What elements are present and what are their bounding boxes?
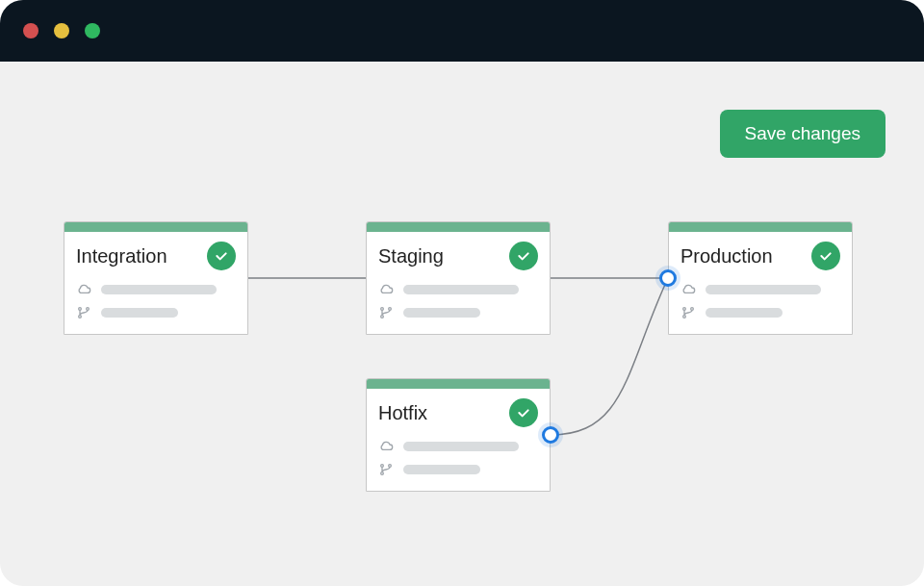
svg-point-5 bbox=[389, 308, 392, 311]
placeholder-line bbox=[403, 442, 519, 451]
placeholder-line bbox=[403, 308, 480, 318]
branch-meta-row bbox=[76, 305, 236, 320]
placeholder-line bbox=[706, 308, 783, 318]
node-staging[interactable]: Staging bbox=[366, 221, 551, 335]
placeholder-line bbox=[101, 308, 178, 318]
port-production-input[interactable] bbox=[659, 269, 677, 287]
git-branch-icon bbox=[378, 305, 394, 320]
placeholder-line bbox=[403, 465, 480, 474]
git-branch-icon bbox=[378, 462, 394, 477]
status-check-icon bbox=[509, 242, 538, 270]
window-zoom-dot[interactable] bbox=[85, 23, 100, 38]
node-title: Hotfix bbox=[378, 402, 427, 424]
node-title: Production bbox=[680, 245, 773, 268]
node-body: Production bbox=[669, 232, 852, 334]
cloud-meta-row bbox=[76, 282, 236, 297]
svg-point-0 bbox=[79, 308, 82, 311]
node-body: Hotfix bbox=[367, 389, 550, 491]
node-title: Integration bbox=[76, 245, 167, 268]
git-branch-icon bbox=[76, 305, 91, 320]
node-header: Production bbox=[680, 242, 840, 270]
placeholder-line bbox=[706, 285, 821, 294]
node-body: Staging bbox=[367, 232, 550, 334]
window-titlebar bbox=[0, 0, 924, 62]
node-accent-bar bbox=[367, 379, 550, 389]
svg-point-11 bbox=[389, 465, 392, 468]
branch-meta-row bbox=[680, 305, 840, 320]
node-accent-bar bbox=[64, 222, 247, 232]
cloud-icon bbox=[76, 282, 91, 297]
node-title: Staging bbox=[378, 245, 444, 268]
cloud-meta-row bbox=[378, 282, 538, 297]
app-window: Save changes Integration bbox=[0, 0, 924, 586]
cloud-icon bbox=[378, 439, 394, 454]
svg-point-1 bbox=[79, 316, 82, 318]
node-accent-bar bbox=[367, 222, 550, 232]
pipeline-canvas[interactable]: Save changes Integration bbox=[0, 62, 924, 586]
node-integration[interactable]: Integration bbox=[64, 221, 248, 335]
port-hotfix-output[interactable] bbox=[542, 426, 559, 444]
node-body: Integration bbox=[64, 232, 247, 334]
svg-point-4 bbox=[381, 316, 384, 318]
svg-point-9 bbox=[381, 465, 384, 468]
placeholder-line bbox=[101, 285, 217, 294]
node-header: Hotfix bbox=[378, 398, 538, 427]
git-branch-icon bbox=[680, 305, 696, 320]
cloud-meta-row bbox=[378, 439, 538, 454]
window-minimize-dot[interactable] bbox=[54, 23, 69, 38]
branch-meta-row bbox=[378, 305, 538, 320]
node-header: Staging bbox=[378, 242, 538, 270]
save-changes-button[interactable]: Save changes bbox=[720, 110, 886, 158]
edge-hotfix-production bbox=[551, 278, 668, 435]
status-check-icon bbox=[509, 398, 538, 427]
window-close-dot[interactable] bbox=[23, 23, 38, 38]
node-accent-bar bbox=[669, 222, 852, 232]
placeholder-line bbox=[403, 285, 519, 294]
node-hotfix[interactable]: Hotfix bbox=[366, 378, 551, 492]
cloud-meta-row bbox=[680, 282, 840, 297]
branch-meta-row bbox=[378, 462, 538, 477]
svg-point-8 bbox=[691, 308, 694, 311]
cloud-icon bbox=[378, 282, 394, 297]
svg-point-7 bbox=[683, 316, 686, 318]
status-check-icon bbox=[811, 242, 840, 270]
cloud-icon bbox=[680, 282, 696, 297]
svg-point-3 bbox=[381, 308, 384, 311]
status-check-icon bbox=[207, 242, 236, 270]
node-header: Integration bbox=[76, 242, 236, 270]
node-production[interactable]: Production bbox=[668, 221, 853, 335]
svg-point-10 bbox=[381, 472, 384, 475]
svg-point-2 bbox=[87, 308, 90, 311]
svg-point-6 bbox=[683, 308, 686, 311]
